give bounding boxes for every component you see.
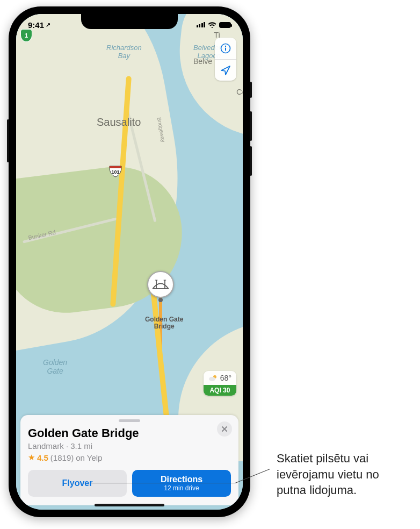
callout-line (91, 483, 236, 483)
notch (81, 14, 178, 29)
cellular-signal-icon (197, 22, 206, 27)
place-subtitle: Landmark · 3.1 mi (28, 441, 231, 451)
map-label-city: Sausalito (97, 116, 141, 128)
phone-frame: 9:41 ↗ 1 (9, 6, 250, 517)
info-icon (220, 43, 231, 54)
close-icon (221, 426, 228, 432)
svg-point-12 (209, 377, 215, 381)
svg-point-9 (225, 46, 226, 47)
status-time: 9:41 (28, 20, 44, 30)
volume-down-button[interactable] (250, 146, 252, 176)
rating-source: on Yelp (76, 453, 102, 462)
close-button[interactable] (217, 421, 232, 437)
place-card[interactable]: Golden Gate Bridge Landmark · 3.1 mi ★ 4… (20, 415, 238, 505)
weather-chip[interactable]: 68° AQI 30 (204, 371, 236, 396)
volume-up-button[interactable] (250, 111, 252, 141)
bridge-icon (151, 278, 170, 291)
map-controls (215, 38, 236, 81)
map-label-city: Co (236, 87, 243, 96)
battery-icon (219, 22, 231, 28)
place-rating: ★ 4.5 (1819) on Yelp (28, 453, 231, 462)
cloud-sun-icon (208, 374, 218, 382)
callout-text: Skatiet pilsētu vai ievērojamu vietu no … (277, 451, 411, 498)
map-label-water: Richardson Bay (106, 44, 142, 60)
map-label-water: Golden Gate (43, 358, 67, 375)
route-shield-us101: 101 (108, 165, 122, 178)
place-category: Landmark (28, 441, 64, 451)
map-marker-landmark[interactable] (147, 271, 174, 298)
directions-subtitle: 12 min drive (164, 484, 199, 492)
power-button[interactable] (7, 119, 9, 162)
location-arrow-icon: ↗ (46, 22, 50, 28)
silence-switch[interactable] (250, 82, 252, 98)
svg-rect-10 (225, 48, 226, 51)
place-distance: 3.1 mi (70, 441, 92, 451)
svg-text:101: 101 (111, 169, 119, 175)
separator-dot: · (66, 441, 68, 451)
map-label-city: Belve (193, 57, 212, 66)
wifi-icon (208, 22, 216, 28)
home-indicator[interactable] (95, 504, 164, 506)
rating-value: 4.5 (37, 453, 48, 462)
rating-count: (1819) (50, 453, 74, 462)
flyover-button[interactable]: Flyover (28, 470, 127, 497)
location-icon (220, 65, 231, 76)
drag-handle[interactable] (119, 419, 140, 422)
info-button[interactable] (215, 38, 236, 59)
place-title: Golden Gate Bridge (28, 426, 231, 440)
map-marker-label: Golden Gate Bridge (145, 316, 183, 330)
star-icon: ★ (28, 453, 35, 462)
weather-temp: 68° (220, 374, 231, 382)
directions-button[interactable]: Directions 12 min drive (132, 470, 231, 497)
flyover-label: Flyover (62, 478, 93, 488)
aqi-badge: AQI 30 (204, 385, 236, 396)
locate-button[interactable] (215, 59, 236, 81)
screen: 9:41 ↗ 1 (16, 14, 243, 510)
